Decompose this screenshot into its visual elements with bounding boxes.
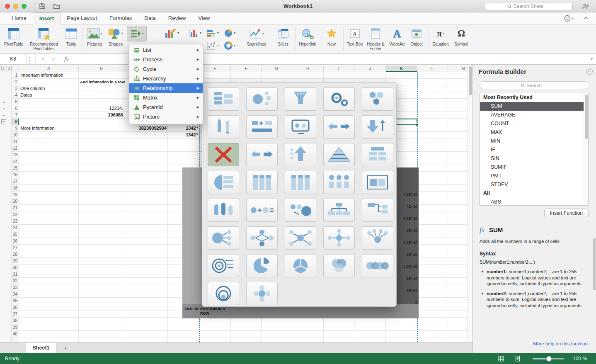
cell-B7[interactable]: 106086 xyxy=(79,112,124,119)
gallery-item-opposing-arrows[interactable] xyxy=(323,115,355,138)
collapse-group-button[interactable]: − xyxy=(1,119,6,124)
fill-handle[interactable] xyxy=(416,124,418,126)
column-chart-button[interactable]: ▾ xyxy=(189,29,201,38)
column-header-A[interactable]: A xyxy=(19,66,79,72)
bar-chart-button[interactable]: ▾ xyxy=(206,29,219,38)
sheet-tab-sheet1[interactable]: Sheet1 xyxy=(26,343,56,353)
gallery-item-plus-equation[interactable] xyxy=(246,199,278,222)
menu-item-hierarchy[interactable]: Hierarchy▶ xyxy=(129,74,203,83)
table-button[interactable]: Table xyxy=(63,26,80,46)
row-header-13[interactable]: 13 xyxy=(12,152,19,158)
gallery-item-radial-cluster[interactable] xyxy=(362,226,393,250)
row-header-2[interactable]: 2 xyxy=(12,79,19,85)
row-header-20[interactable]: 20 xyxy=(12,198,19,205)
function-item-abs[interactable]: ABS xyxy=(480,198,588,206)
formula-bar-expand-icon[interactable]: ▾ xyxy=(591,54,593,64)
insert-function-icon[interactable]: fx xyxy=(61,54,71,64)
hyperlink-button[interactable]: Hyperlink xyxy=(297,26,318,46)
shapes-button[interactable]: ▾ Shapes xyxy=(106,26,125,46)
function-item-sum[interactable]: SUM xyxy=(480,102,588,111)
outline-level-1-button[interactable]: 1 xyxy=(1,66,6,71)
scrollbar-thumb[interactable] xyxy=(469,66,472,95)
cell-D9[interactable]: 1342* xyxy=(168,125,199,132)
row-header-32[interactable]: 32 xyxy=(12,278,19,284)
row-header-10[interactable]: 10 xyxy=(12,132,19,138)
gallery-item-counterbalance-arrows[interactable] xyxy=(285,143,316,166)
gallery-item-radial-cycle[interactable] xyxy=(323,226,355,250)
row-header-11[interactable]: 11 xyxy=(12,138,19,145)
recommended-charts-button[interactable]: ▾ xyxy=(164,28,179,39)
column-header-L[interactable]: L xyxy=(417,66,448,72)
gallery-item-converging-arrows[interactable] xyxy=(362,115,393,138)
gallery-item-segmented-triangle[interactable] xyxy=(323,143,355,166)
function-list-scrollbar[interactable] xyxy=(584,93,588,205)
row-header-38[interactable]: 38 xyxy=(12,318,19,324)
gallery-item-opposing-arrows-2[interactable] xyxy=(246,143,278,166)
cancel-entry-icon[interactable]: × xyxy=(38,54,48,64)
pie-chart-button[interactable]: ▾ xyxy=(224,29,235,38)
page-layout-view-icon[interactable] xyxy=(515,356,521,362)
row-header-24[interactable]: 24 xyxy=(12,225,19,231)
row-header-34[interactable]: 34 xyxy=(12,291,19,298)
menu-item-list[interactable]: List▶ xyxy=(129,45,203,55)
function-item-min[interactable]: MIN xyxy=(480,137,588,146)
scatter-chart-button[interactable]: ▾ xyxy=(206,41,219,50)
gallery-item-cycle-relationship[interactable] xyxy=(285,115,316,138)
column-header-F[interactable]: F xyxy=(231,66,262,72)
row-header-28[interactable]: 28 xyxy=(12,251,19,258)
menu-item-picture[interactable]: Picture▶ xyxy=(129,112,203,121)
ribbon-tab-formulas[interactable]: Formulas xyxy=(103,12,138,24)
row-header-16[interactable]: 16 xyxy=(12,172,19,178)
gallery-item-merge-circles[interactable] xyxy=(285,199,316,222)
name-box[interactable]: K8 xyxy=(0,54,27,64)
row-header-18[interactable]: 18 xyxy=(12,185,19,192)
row-header-35[interactable]: 35 xyxy=(12,298,19,304)
symbol-button[interactable]: Ω Symbol xyxy=(453,26,470,46)
feedback-smiley-icon[interactable]: ▾ xyxy=(564,15,574,22)
row-header-7[interactable]: 7 xyxy=(12,112,19,119)
row-header-27[interactable]: 27 xyxy=(12,245,19,251)
share-icon[interactable] xyxy=(582,3,589,10)
function-search-field[interactable] xyxy=(480,81,589,89)
column-header-I[interactable]: I xyxy=(324,66,354,72)
insert-function-button[interactable]: Insert Function xyxy=(544,209,589,217)
row-header-29[interactable]: 29 xyxy=(12,258,19,265)
panel-scrollbar-thumb[interactable] xyxy=(593,238,596,290)
row-header-30[interactable]: 30 xyxy=(12,265,19,271)
column-header-H[interactable]: H xyxy=(292,66,324,72)
function-item-sumif[interactable]: SUMIF xyxy=(480,163,588,172)
outline-level-2-button[interactable]: 2 xyxy=(7,66,12,71)
gallery-item-hexagon-cluster[interactable] xyxy=(362,87,393,111)
sparklines-button[interactable]: ▾ Sparklines xyxy=(245,26,268,46)
gallery-item-linear-venn[interactable] xyxy=(362,254,393,277)
function-item-if[interactable]: IF xyxy=(480,146,588,154)
gallery-item-nested-blocks[interactable] xyxy=(362,171,393,194)
gallery-item-arrow-balance[interactable] xyxy=(208,115,239,138)
row-header-25[interactable]: 25 xyxy=(12,231,19,238)
function-item-count[interactable]: COUNT xyxy=(480,119,588,128)
pivottable-button[interactable]: PivotTable xyxy=(2,26,25,46)
gallery-item-labeled-hierarchy[interactable] xyxy=(323,199,355,222)
search-sheet-field[interactable] xyxy=(485,2,573,10)
gallery-item-hierarchy-tree[interactable] xyxy=(362,199,393,222)
scrollbar-thumb[interactable] xyxy=(585,95,588,139)
gallery-item-radial-venn[interactable] xyxy=(246,282,278,305)
gallery-item-half-circle-list[interactable] xyxy=(208,171,239,194)
row-header-14[interactable]: 14 xyxy=(12,158,19,165)
menu-item-cycle[interactable]: Cycle▶ xyxy=(129,64,203,74)
row-header-37[interactable]: 37 xyxy=(12,311,19,318)
gallery-item-equation[interactable] xyxy=(246,115,278,138)
pictures-button[interactable]: ▾ Pictures xyxy=(85,26,104,46)
column-header-K[interactable]: K xyxy=(386,66,417,72)
confirm-entry-icon[interactable]: ✓ xyxy=(49,54,59,64)
cell-A9[interactable]: More information xyxy=(19,125,79,132)
gallery-item-basic-pie[interactable] xyxy=(285,254,316,277)
row-header-1[interactable]: 1 xyxy=(12,72,19,79)
menu-item-matrix[interactable]: Matrix▶ xyxy=(129,93,203,102)
menu-item-pyramid[interactable]: Pyramid▶ xyxy=(129,102,203,112)
close-panel-icon[interactable]: × xyxy=(586,68,593,75)
ribbon-tab-insert[interactable]: Insert xyxy=(33,12,61,24)
cell-A4[interactable]: Dates xyxy=(19,92,79,99)
grid-corner[interactable]: 1 2 xyxy=(0,66,19,72)
name-box-stepper[interactable]: ▲▼ xyxy=(27,56,31,62)
